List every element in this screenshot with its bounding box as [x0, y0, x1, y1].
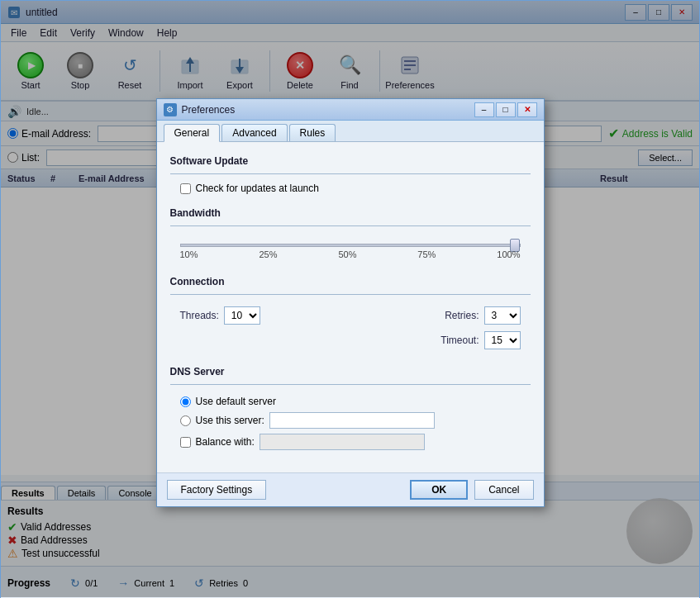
dns-custom-input[interactable]	[269, 412, 435, 429]
ok-button[interactable]: OK	[410, 480, 468, 500]
ok-cancel-group: OK Cancel	[410, 480, 533, 500]
software-update-section: Software Update Check for updates at lau…	[170, 155, 531, 194]
dns-balance-label: Balance with:	[196, 436, 255, 448]
bw-label-10: 10%	[180, 249, 198, 259]
main-window: ✉ untitled – □ ✕ File Edit Verify Window…	[0, 0, 700, 598]
prefs-maximize[interactable]: □	[496, 102, 516, 117]
prefs-tab-bar: General Advanced Rules	[157, 121, 544, 142]
check-updates-row: Check for updates at launch	[170, 183, 531, 194]
retries-select[interactable]: 3 0 1 2 5 10	[484, 306, 521, 325]
check-updates-label: Check for updates at launch	[196, 183, 319, 194]
prefs-title: Preferences	[182, 104, 236, 116]
timeout-group: Timeout: 15 5 10 20 30 60	[440, 331, 520, 349]
prefs-content: Software Update Check for updates at lau…	[157, 142, 544, 472]
timeout-label: Timeout:	[440, 335, 479, 346]
timeout-row: Timeout: 15 5 10 20 30 60	[170, 328, 531, 353]
connection-row: Threads: 10 5 15 20 25 50	[170, 303, 531, 328]
timeout-select[interactable]: 15 5 10 20 30 60	[484, 331, 521, 349]
check-updates-checkbox[interactable]	[180, 183, 191, 194]
bandwidth-slider[interactable]	[180, 244, 521, 247]
dns-default-label: Use default server	[196, 396, 276, 407]
threads-select[interactable]: 10 5 15 20 25 50	[224, 306, 260, 325]
connection-section: Connection Threads: 10 5 15 20 25 50	[170, 276, 531, 353]
connection-divider	[170, 294, 531, 295]
bw-label-25: 25%	[259, 249, 277, 259]
bandwidth-divider	[170, 225, 531, 226]
tab-general[interactable]: General	[164, 124, 221, 142]
bandwidth-slider-container: 10% 25% 50% 75% 100%	[170, 235, 531, 263]
cancel-button[interactable]: Cancel	[474, 480, 533, 500]
dns-custom-radio[interactable]	[180, 415, 191, 426]
bw-label-100: 100%	[497, 249, 520, 259]
dns-balance-option: Balance with:	[170, 431, 531, 453]
dns-title: DNS Server	[170, 366, 531, 377]
prefs-minimize[interactable]: –	[474, 102, 494, 117]
dns-balance-checkbox[interactable]	[180, 437, 191, 448]
retries-group: Retries: 3 0 1 2 5 10	[445, 306, 520, 325]
bw-label-75: 75%	[417, 249, 436, 259]
preferences-dialog: ⚙ Preferences – □ ✕ General Advanced Rul…	[156, 98, 545, 507]
bandwidth-title: Bandwidth	[170, 207, 531, 219]
tab-advanced[interactable]: Advanced	[221, 124, 287, 141]
bw-label-50: 50%	[338, 249, 356, 259]
dns-default-option: Use default server	[170, 393, 531, 410]
dns-section: DNS Server Use default server Use this s…	[170, 366, 531, 453]
threads-group: Threads: 10 5 15 20 25 50	[180, 306, 260, 325]
prefs-controls: – □ ✕	[474, 102, 537, 117]
factory-settings-button[interactable]: Factory Settings	[167, 480, 267, 500]
software-update-title: Software Update	[170, 155, 531, 167]
modal-overlay: ⚙ Preferences – □ ✕ General Advanced Rul…	[1, 1, 699, 597]
prefs-close[interactable]: ✕	[517, 102, 537, 117]
prefs-titlebar: ⚙ Preferences – □ ✕	[157, 99, 544, 121]
dns-default-radio[interactable]	[180, 396, 191, 407]
prefs-dialog-icon: ⚙	[164, 103, 177, 116]
connection-title: Connection	[170, 276, 531, 287]
retries-conn-label: Retries:	[445, 310, 479, 321]
threads-label: Threads:	[180, 310, 219, 321]
dns-divider	[170, 384, 531, 385]
tab-rules[interactable]: Rules	[289, 124, 336, 141]
software-update-divider	[170, 173, 531, 174]
prefs-titlebar-left: ⚙ Preferences	[164, 103, 236, 116]
dns-custom-label: Use this server:	[196, 415, 264, 426]
dns-custom-option: Use this server:	[170, 410, 531, 431]
bandwidth-section: Bandwidth 10% 25% 50% 75% 100%	[170, 207, 531, 263]
dns-balance-input[interactable]	[260, 434, 425, 450]
prefs-buttons: Factory Settings OK Cancel	[157, 472, 544, 506]
